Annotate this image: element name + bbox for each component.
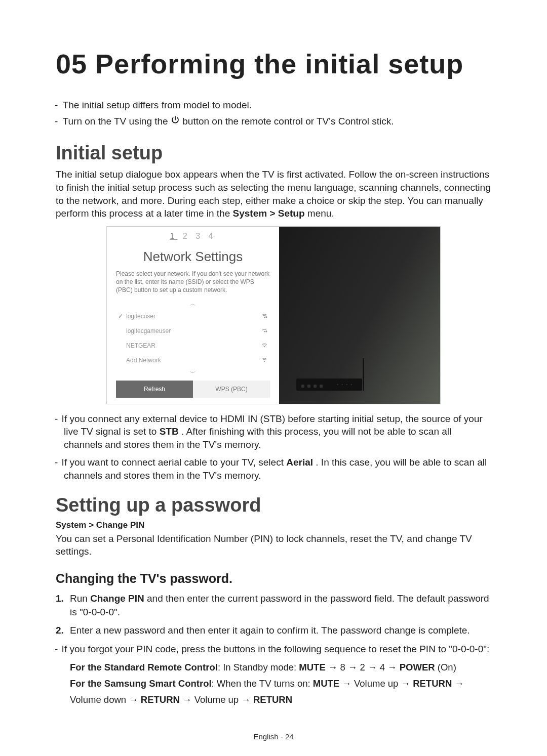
step-text: Enter a new password and then enter it a…	[70, 625, 470, 636]
intro-bullet-text-before: Turn on the TV using the	[63, 116, 171, 127]
network-name: Add Network	[118, 357, 261, 364]
post-note: If you want to connect aerial cable to y…	[62, 456, 491, 482]
sequence-label: For the Standard Remote Control	[70, 662, 218, 673]
svg-rect-1	[265, 316, 267, 318]
initial-setup-text-after: menu.	[307, 208, 334, 219]
step-text-before: Run	[70, 593, 90, 604]
wifi-icon	[261, 342, 268, 350]
step-number-current: 1	[170, 232, 178, 240]
smart-control-sequence-cont: Volume down → RETURN → Volume up → RETUR…	[70, 693, 491, 707]
note-bold: Aerial	[286, 457, 313, 468]
sequence-text: →	[454, 678, 464, 689]
standard-remote-sequence: For the Standard Remote Control: In Stan…	[70, 660, 491, 675]
network-item[interactable]: Add Network	[116, 353, 270, 368]
sequence-bold: MUTE	[313, 678, 339, 689]
sequence-mode: In Standby mode:	[223, 662, 296, 673]
forgot-pin-note: If you forgot your PIN code, press the b…	[62, 643, 491, 656]
initial-setup-heading: Initial setup	[56, 142, 491, 164]
network-settings-screenshot: › Next 1 2 3 4 Network Settings Please s…	[106, 226, 441, 404]
network-name: logitecgameuser	[118, 327, 261, 334]
sequence-bold: MUTE	[299, 662, 325, 673]
intro-bullet: The initial setup differs from model to …	[62, 99, 491, 112]
password-heading: Setting up a password	[56, 494, 491, 516]
scroll-down-icon[interactable]: ﹀	[116, 369, 270, 377]
chapter-number: 05	[56, 49, 87, 79]
sequence-text: → Volume up →	[342, 678, 413, 689]
screenshot-left-panel: 1 2 3 4 Network Settings Please select y…	[107, 227, 279, 404]
sequence-text: → 8 → 2 → 4 →	[328, 662, 400, 673]
power-icon	[171, 115, 180, 128]
network-name: NETGEAR	[118, 342, 261, 349]
sequence-text: Volume down →	[70, 694, 141, 705]
sequence-mode: When the TV turns on:	[217, 678, 310, 689]
forgot-pin-note-list: If you forgot your PIN code, press the b…	[62, 643, 491, 656]
password-paragraph: You can set a Personal Identification Nu…	[56, 532, 491, 558]
network-settings-title: Network Settings	[116, 249, 270, 265]
initial-setup-paragraph: The initial setup dialogue box appears w…	[56, 168, 491, 220]
password-breadcrumb: System > Change PIN	[56, 520, 491, 530]
post-note: If you connect any external device to HD…	[62, 412, 491, 451]
refresh-button[interactable]: Refresh	[116, 381, 193, 398]
sequence-text: (On)	[438, 662, 456, 673]
system-setup-breadcrumb: System > Setup	[233, 208, 305, 219]
chapter-name: Performing the initial setup	[95, 49, 463, 79]
scroll-up-icon[interactable]: ︿	[116, 300, 270, 308]
router-illustration: • • • •	[296, 379, 362, 391]
step-indicator: 1 2 3 4	[116, 232, 270, 241]
wifi-lock-icon	[261, 312, 268, 321]
svg-point-0	[264, 317, 265, 318]
step-number: 3	[196, 232, 203, 240]
password-steps: Run Change PIN and then enter the curren…	[56, 592, 491, 638]
sequence-bold: RETURN	[253, 694, 292, 705]
sequence-label: For the Samsung Smart Control	[70, 678, 212, 689]
intro-bullet-list: The initial setup differs from model to …	[62, 99, 491, 128]
network-settings-description: Please select your network. If you don't…	[116, 270, 270, 295]
step-number: 4	[209, 232, 216, 240]
wifi-icon	[261, 356, 268, 365]
network-list: ✓ logitecuser logitecgameuser NETGEAR A	[116, 309, 270, 368]
network-item[interactable]: logitecgameuser	[116, 324, 270, 339]
note-bold: STB	[160, 426, 179, 437]
network-item[interactable]: ✓ logitecuser	[116, 309, 270, 324]
reset-sequence-block: For the Standard Remote Control: In Stan…	[56, 660, 491, 706]
network-name: logitecuser	[126, 313, 261, 320]
wifi-lock-icon	[261, 327, 268, 335]
svg-point-2	[264, 331, 264, 331]
screenshot-right-panel: • • • •	[279, 227, 440, 404]
sequence-text: → Volume up →	[182, 694, 253, 705]
svg-rect-3	[265, 330, 267, 332]
changing-password-subheading: Changing the TV's password.	[56, 571, 491, 586]
sequence-bold: POWER	[400, 662, 435, 673]
wps-pbc-button[interactable]: WPS (PBC)	[193, 381, 270, 398]
sequence-bold: RETURN	[413, 678, 452, 689]
step-bold: Change PIN	[90, 593, 144, 604]
intro-bullet-text-after: button on the remote control or TV's Con…	[182, 116, 394, 127]
chapter-title: 05 Performing the initial setup	[56, 48, 491, 79]
svg-point-5	[264, 361, 265, 362]
intro-bullet: Turn on the TV using the button on the r…	[62, 115, 491, 129]
post-notes-list: If you connect any external device to HD…	[62, 412, 491, 482]
sequence-bold: RETURN	[141, 694, 180, 705]
svg-point-4	[264, 346, 265, 347]
password-step: Enter a new password and then enter it a…	[56, 624, 491, 638]
network-item[interactable]: NETGEAR	[116, 339, 270, 353]
step-number: 2	[183, 232, 190, 240]
page-footer: English - 24	[0, 732, 547, 741]
note-text-before: If you want to connect aerial cable to y…	[62, 457, 287, 468]
smart-control-sequence: For the Samsung Smart Control: When the …	[70, 677, 491, 691]
check-icon: ✓	[118, 313, 123, 320]
button-row: Refresh WPS (PBC)	[116, 381, 270, 398]
password-step: Run Change PIN and then enter the curren…	[56, 592, 491, 619]
